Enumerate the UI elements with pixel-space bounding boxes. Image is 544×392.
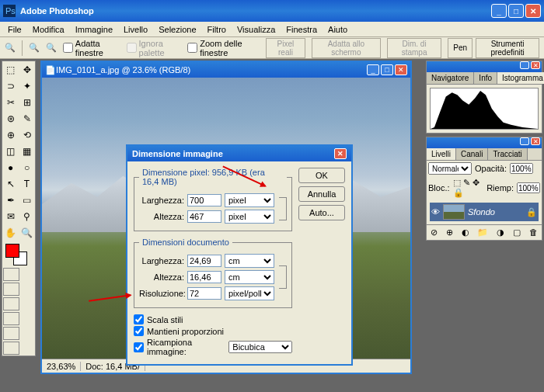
zoom-out-icon[interactable]: 🔍 — [46, 43, 57, 53]
dialog-close[interactable]: ✕ — [334, 148, 347, 159]
height-cm-input[interactable] — [187, 271, 221, 283]
fx-icon[interactable]: ⊕ — [446, 227, 453, 238]
doc-minimize[interactable]: _ — [367, 64, 379, 75]
width-cm-input[interactable] — [187, 255, 221, 267]
mantieni-proporzioni-check[interactable]: Mantieni proporzioni — [134, 326, 292, 336]
link-layer-icon[interactable]: ⊘ — [431, 227, 438, 238]
tab-livelli[interactable]: Livelli — [427, 148, 456, 160]
adatta-schermo-button[interactable]: Adatta allo schermo — [312, 38, 381, 58]
ok-button[interactable]: OK — [298, 168, 345, 183]
menu-visualizza[interactable]: Visualizza — [232, 23, 280, 36]
slice-tool[interactable]: ⊞ — [19, 94, 35, 110]
tab-istogramma[interactable]: Istogramma — [497, 72, 544, 84]
path-tool[interactable]: ↖ — [2, 175, 19, 192]
pixel-reali-button[interactable]: Pixel reali — [266, 38, 305, 58]
panel-close-2[interactable]: ✕ — [531, 137, 540, 145]
crop-tool[interactable]: ✂ — [2, 94, 19, 110]
strumenti-button[interactable]: Strumenti predefiniti — [476, 38, 539, 58]
menu-aiuto[interactable]: Aiuto — [323, 23, 352, 36]
screen-full-menu[interactable] — [3, 312, 19, 325]
lock-icons[interactable]: ⬚ ✎ ✥ 🔒 — [453, 178, 484, 198]
heal-tool[interactable]: ⊛ — [2, 110, 19, 127]
dialog-title: Dimensione immagine — [132, 149, 334, 158]
menu-immagine[interactable]: Immagine — [71, 23, 117, 36]
height-px-unit[interactable]: pixel — [225, 210, 274, 224]
zoom-level[interactable]: 23,63% — [42, 362, 81, 371]
tab-navigatore[interactable]: Navigatore — [427, 72, 474, 84]
fill-label: Riemp: — [486, 183, 514, 193]
width-px-input[interactable] — [187, 194, 221, 206]
width-px-unit[interactable]: pixel — [225, 193, 274, 207]
hand-tool[interactable]: ✋ — [2, 224, 19, 241]
tab-info[interactable]: Info — [474, 72, 497, 84]
doc-maximize[interactable]: □ — [381, 64, 393, 75]
opacity-input[interactable] — [510, 163, 533, 174]
new-layer-icon[interactable]: ▢ — [513, 227, 521, 238]
adatta-finestre-check[interactable]: Adatta finestre — [63, 39, 120, 57]
menu-filtro[interactable]: Filtro — [203, 23, 231, 36]
layer-row[interactable]: 👁 Sfondo 🔒 — [430, 203, 539, 221]
fill-input[interactable] — [517, 182, 540, 193]
height-px-input[interactable] — [187, 210, 221, 223]
gradient-tool[interactable]: ▦ — [19, 143, 35, 159]
blend-mode[interactable]: Normale — [428, 162, 472, 175]
imageready[interactable] — [3, 342, 19, 355]
width-cm-unit[interactable]: cm — [225, 254, 274, 268]
pen-button[interactable]: Pen — [448, 38, 473, 58]
ignora-palette-check: Ignora palette — [127, 39, 182, 57]
eye-icon[interactable]: 👁 — [431, 207, 440, 217]
menu-file[interactable]: File — [3, 23, 26, 36]
dodge-tool[interactable]: ○ — [19, 159, 35, 175]
zoom-finestre-check[interactable]: Zoom delle finestre — [187, 39, 260, 57]
trash-icon[interactable]: 🗑 — [529, 227, 538, 238]
tab-canali[interactable]: Canali — [456, 148, 488, 160]
menu-selezione[interactable]: Selezione — [154, 23, 201, 36]
blur-tool[interactable]: ● — [2, 159, 19, 175]
brush-tool[interactable]: ✎ — [19, 110, 35, 127]
zoom-in-icon[interactable]: 🔍 — [29, 43, 40, 53]
close-button[interactable]: ✕ — [525, 4, 541, 18]
ricampiona-check[interactable]: Ricampiona immagine:Bicubica — [134, 338, 292, 356]
wand-tool[interactable]: ✦ — [19, 78, 35, 94]
panel-min-2[interactable]: _ — [520, 137, 529, 145]
doc-close[interactable]: ✕ — [395, 64, 407, 75]
lasso-tool[interactable]: ⊃ — [2, 78, 19, 94]
marquee-tool[interactable]: ⬚ — [2, 61, 19, 78]
resample-method[interactable]: Bicubica — [228, 341, 292, 353]
adjust-icon[interactable]: ◑ — [497, 227, 504, 238]
menu-modifica[interactable]: Modifica — [28, 23, 69, 36]
screen-std[interactable] — [3, 297, 19, 310]
scala-stili-check[interactable]: Scala stili — [134, 314, 292, 324]
layer-thumb — [443, 204, 465, 220]
layer-name[interactable]: Sfondo — [468, 207, 495, 217]
stamp-tool[interactable]: ⊕ — [2, 127, 19, 143]
zoom-tool[interactable]: 🔍 — [19, 224, 35, 241]
quick-mask-off[interactable] — [3, 268, 19, 281]
color-swatch[interactable] — [4, 242, 33, 265]
quick-mask-on[interactable] — [3, 283, 19, 296]
move-tool[interactable]: ✥ — [19, 61, 35, 78]
auto-button[interactable]: Auto... — [298, 205, 345, 220]
menu-livello[interactable]: Livello — [119, 23, 152, 36]
panel-min[interactable]: _ — [520, 61, 529, 69]
resolution-unit[interactable]: pixel/pollice — [225, 286, 274, 300]
eyedrop-tool[interactable]: ⚲ — [19, 208, 35, 224]
notes-tool[interactable]: ✉ — [2, 208, 19, 224]
history-tool[interactable]: ⟲ — [19, 127, 35, 143]
screen-full[interactable] — [3, 327, 19, 340]
mask-icon[interactable]: ◐ — [462, 227, 469, 238]
resolution-input[interactable] — [187, 287, 221, 300]
annulla-button[interactable]: Annulla — [298, 186, 345, 202]
folder-icon[interactable]: 📁 — [477, 227, 488, 238]
height-cm-unit[interactable]: cm — [225, 270, 274, 284]
maximize-button[interactable]: □ — [508, 4, 524, 18]
shape-tool[interactable]: ▭ — [19, 192, 35, 208]
dim-stampa-button[interactable]: Dim. di stampa — [387, 38, 442, 58]
type-tool[interactable]: T — [19, 175, 35, 192]
menu-finestra[interactable]: Finestra — [281, 23, 322, 36]
tab-tracciati[interactable]: Tracciati — [488, 148, 527, 160]
minimize-button[interactable]: _ — [491, 4, 507, 18]
panel-close[interactable]: ✕ — [531, 61, 540, 69]
eraser-tool[interactable]: ◫ — [2, 143, 19, 159]
pen-tool[interactable]: ✒ — [2, 192, 19, 208]
